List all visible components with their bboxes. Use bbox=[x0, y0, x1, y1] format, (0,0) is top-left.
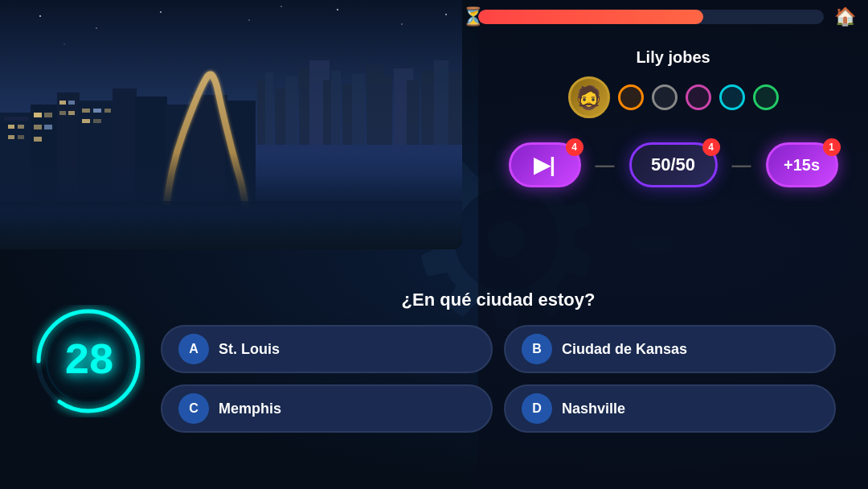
svg-point-58 bbox=[10, 205, 39, 221]
svg-rect-45 bbox=[82, 109, 90, 113]
hourglass-icon: ⏳ bbox=[462, 6, 484, 27]
svg-rect-47 bbox=[104, 109, 111, 113]
answer-d[interactable]: D Nashville bbox=[504, 384, 836, 433]
question-text: ¿En qué ciudad estoy? bbox=[161, 290, 836, 310]
life-2 bbox=[652, 84, 678, 110]
svg-point-8 bbox=[63, 43, 64, 44]
svg-rect-19 bbox=[352, 74, 365, 145]
svg-point-1 bbox=[39, 15, 41, 17]
5050-count: 4 bbox=[702, 138, 720, 156]
powerup-skip-button[interactable]: 4 ▶| bbox=[509, 142, 581, 187]
svg-rect-74 bbox=[0, 201, 462, 249]
player-name: Lily jobes bbox=[636, 48, 710, 67]
svg-rect-31 bbox=[8, 135, 14, 139]
timer-bar-container bbox=[478, 10, 824, 24]
svg-rect-57 bbox=[0, 213, 462, 225]
svg-rect-25 bbox=[434, 60, 448, 145]
powerup-time-button[interactable]: 1 +15s bbox=[766, 142, 838, 187]
svg-rect-66 bbox=[0, 224, 462, 249]
skip-label: ▶| bbox=[534, 153, 555, 178]
svg-rect-34 bbox=[34, 113, 42, 117]
life-5 bbox=[753, 84, 779, 110]
answer-a-letter: A bbox=[178, 334, 209, 364]
life-1 bbox=[618, 84, 644, 110]
svg-rect-51 bbox=[135, 97, 167, 225]
countdown-number: 28 bbox=[32, 305, 145, 417]
svg-point-4 bbox=[248, 19, 250, 21]
answer-d-letter: D bbox=[522, 393, 552, 424]
quiz-section: 28 ¿En qué ciudad estoy? A St. Louis B C… bbox=[0, 249, 868, 489]
svg-rect-37 bbox=[44, 125, 52, 129]
svg-rect-23 bbox=[407, 80, 420, 145]
svg-point-2 bbox=[96, 27, 97, 29]
svg-rect-13 bbox=[285, 76, 297, 145]
powerup-5050-button[interactable]: 4 50/50 bbox=[629, 142, 718, 187]
svg-point-6 bbox=[401, 23, 403, 25]
svg-rect-71 bbox=[281, 225, 285, 244]
svg-rect-26 bbox=[448, 72, 462, 145]
answer-d-text: Nashville bbox=[562, 401, 625, 417]
time-label: +15s bbox=[784, 156, 820, 175]
answer-b-letter: B bbox=[522, 334, 552, 364]
timer-bar-fill bbox=[478, 10, 703, 24]
svg-point-62 bbox=[115, 201, 150, 220]
answer-a[interactable]: A St. Louis bbox=[161, 325, 493, 373]
svg-rect-11 bbox=[265, 72, 273, 145]
answer-a-text: St. Louis bbox=[219, 341, 280, 358]
svg-rect-40 bbox=[59, 101, 66, 105]
svg-rect-30 bbox=[18, 125, 24, 129]
svg-rect-21 bbox=[378, 76, 392, 145]
svg-rect-68 bbox=[93, 225, 95, 241]
svg-rect-29 bbox=[8, 125, 14, 129]
svg-point-60 bbox=[60, 203, 92, 220]
answer-c-text: Memphis bbox=[219, 401, 281, 417]
city-photo-panel bbox=[0, 0, 462, 249]
svg-rect-69 bbox=[141, 227, 142, 241]
svg-rect-17 bbox=[331, 71, 341, 145]
answer-b-text: Ciudad de Kansas bbox=[562, 341, 687, 358]
svg-rect-36 bbox=[34, 125, 42, 129]
home-button[interactable]: 🏠 bbox=[834, 6, 856, 27]
svg-rect-43 bbox=[68, 111, 75, 115]
svg-rect-46 bbox=[93, 109, 101, 113]
answers-grid: A St. Louis B Ciudad de Kansas C Memphis… bbox=[161, 325, 836, 433]
svg-point-63 bbox=[146, 205, 175, 221]
svg-rect-38 bbox=[34, 137, 42, 142]
question-answers: ¿En qué ciudad estoy? A St. Louis B Ciud… bbox=[161, 290, 836, 433]
svg-rect-27 bbox=[0, 113, 32, 225]
svg-point-59 bbox=[31, 199, 66, 219]
powerups-row: 4 ▶| — 4 50/50 — 1 +15s bbox=[509, 142, 838, 187]
svg-rect-73 bbox=[402, 225, 404, 243]
answer-b[interactable]: B Ciudad de Kansas bbox=[504, 325, 836, 373]
answer-c[interactable]: C Memphis bbox=[161, 384, 493, 433]
connector-1: — bbox=[596, 154, 615, 176]
svg-rect-54 bbox=[225, 101, 256, 225]
svg-rect-32 bbox=[18, 135, 24, 139]
connector-2: — bbox=[732, 154, 751, 176]
life-4 bbox=[719, 84, 745, 110]
svg-rect-55 bbox=[162, 219, 172, 227]
svg-rect-49 bbox=[93, 119, 101, 123]
svg-point-5 bbox=[337, 9, 338, 10]
svg-rect-35 bbox=[44, 113, 52, 117]
svg-rect-42 bbox=[59, 111, 66, 115]
svg-rect-67 bbox=[34, 225, 36, 245]
svg-rect-41 bbox=[68, 101, 75, 105]
5050-label: 50/50 bbox=[651, 154, 695, 175]
svg-rect-50 bbox=[113, 88, 137, 225]
timer-circle: 28 bbox=[32, 305, 145, 417]
svg-point-9 bbox=[280, 6, 282, 7]
svg-point-64 bbox=[173, 203, 205, 220]
svg-point-61 bbox=[90, 205, 119, 221]
skip-count: 4 bbox=[566, 138, 583, 156]
player-avatar: 🧔 bbox=[568, 76, 610, 118]
svg-rect-72 bbox=[346, 226, 348, 242]
answer-c-letter: C bbox=[178, 393, 209, 424]
svg-point-7 bbox=[445, 14, 447, 15]
svg-point-65 bbox=[203, 206, 231, 222]
svg-rect-48 bbox=[82, 119, 90, 123]
svg-rect-28 bbox=[4, 117, 28, 121]
player-avatar-row: 🧔 bbox=[568, 76, 779, 118]
svg-rect-70 bbox=[209, 225, 211, 243]
svg-point-3 bbox=[160, 11, 162, 13]
